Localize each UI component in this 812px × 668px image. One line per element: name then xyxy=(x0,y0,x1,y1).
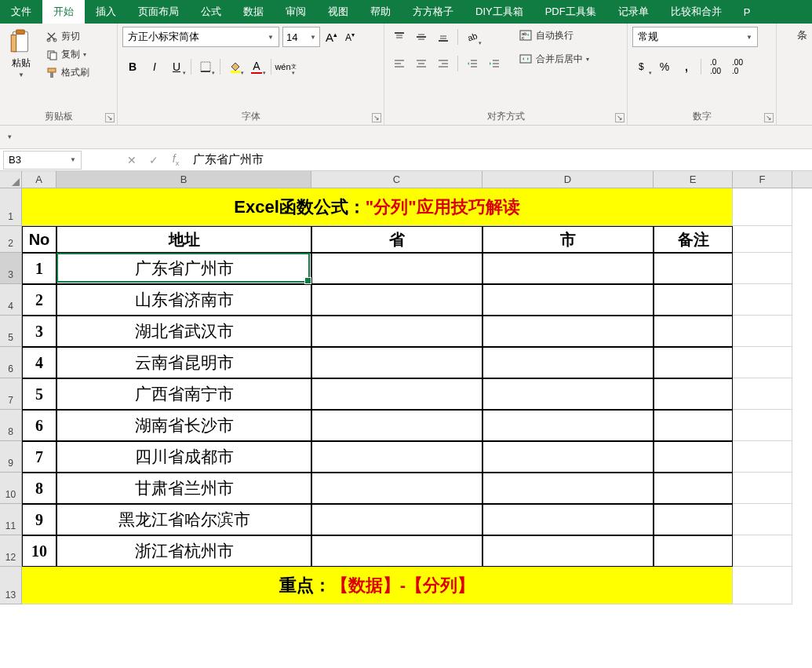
dialog-launcher[interactable]: ↘ xyxy=(372,113,381,122)
cell[interactable]: 4 xyxy=(22,347,56,378)
cell[interactable] xyxy=(733,567,792,604)
select-all-corner[interactable] xyxy=(0,171,22,188)
tab-公式[interactable]: 公式 xyxy=(190,0,232,24)
cell[interactable]: 7 xyxy=(22,441,56,473)
italic-button[interactable]: I xyxy=(144,57,165,77)
cell[interactable] xyxy=(654,535,733,567)
cell[interactable] xyxy=(733,316,792,347)
cell[interactable]: 四川省成都市 xyxy=(56,441,311,473)
cancel-formula-button[interactable]: ✕ xyxy=(121,154,143,166)
tab-插入[interactable]: 插入 xyxy=(85,0,127,24)
font-size-select[interactable]: 14▼ xyxy=(282,27,320,47)
enter-formula-button[interactable]: ✓ xyxy=(143,154,165,166)
dialog-launcher[interactable]: ↘ xyxy=(615,113,624,122)
cell[interactable]: 1 xyxy=(22,253,56,284)
cell[interactable] xyxy=(733,253,792,284)
cell[interactable]: 黑龙江省哈尔滨市 xyxy=(56,504,311,535)
cell[interactable] xyxy=(482,378,654,410)
cell[interactable] xyxy=(311,504,482,535)
cell[interactable] xyxy=(654,410,733,441)
tab-视图[interactable]: 视图 xyxy=(317,0,359,24)
cell[interactable]: No xyxy=(22,226,56,253)
cell[interactable]: 广西省南宁市 xyxy=(56,378,311,410)
col-header-D[interactable]: D xyxy=(482,171,654,188)
comma-button[interactable]: , xyxy=(676,57,697,77)
cell[interactable]: 省 xyxy=(311,226,482,253)
font-name-select[interactable]: 方正小标宋简体▼ xyxy=(122,27,279,47)
cell[interactable] xyxy=(311,441,482,473)
tab-文件[interactable]: 文件 xyxy=(0,0,42,24)
decrease-indent-button[interactable] xyxy=(462,53,482,74)
tab-DIY工具箱[interactable]: DIY工具箱 xyxy=(464,0,534,24)
align-left-button[interactable] xyxy=(389,53,410,74)
align-middle-button[interactable] xyxy=(411,27,431,47)
decrease-font-button[interactable]: A▾ xyxy=(343,31,357,43)
tab-页面布局[interactable]: 页面布局 xyxy=(127,0,190,24)
cut-button[interactable]: 剪切 xyxy=(42,28,93,45)
cell[interactable] xyxy=(733,226,792,253)
percent-button[interactable]: % xyxy=(654,57,675,77)
align-top-button[interactable] xyxy=(389,27,410,47)
cell[interactable]: 3 xyxy=(22,316,56,347)
cell[interactable] xyxy=(482,316,654,347)
dialog-launcher[interactable]: ↘ xyxy=(764,113,774,122)
cell[interactable] xyxy=(482,284,654,316)
cell[interactable]: Excel函数公式："分列"应用技巧解读 xyxy=(22,188,733,226)
customize-qat-icon[interactable]: ▾ xyxy=(8,133,17,142)
col-header-C[interactable]: C xyxy=(311,171,482,188)
tab-帮助[interactable]: 帮助 xyxy=(359,0,402,24)
increase-indent-button[interactable] xyxy=(484,53,504,74)
cell[interactable]: 市 xyxy=(482,226,654,253)
cell[interactable] xyxy=(733,347,792,378)
row-header-1[interactable]: 1 xyxy=(0,188,22,226)
row-header-10[interactable]: 10 xyxy=(0,473,22,504)
cell[interactable] xyxy=(733,441,792,473)
cell[interactable]: 山东省济南市 xyxy=(56,284,311,316)
row-header-12[interactable]: 12 xyxy=(0,535,22,567)
cell[interactable] xyxy=(654,473,733,504)
tab-比较和合并[interactable]: 比较和合并 xyxy=(660,0,733,24)
wrap-text-button[interactable]: abc 自动换行 xyxy=(515,27,592,44)
tab-数据[interactable]: 数据 xyxy=(232,0,275,24)
cell[interactable]: 6 xyxy=(22,410,56,441)
cell[interactable] xyxy=(654,504,733,535)
cell[interactable]: 浙江省杭州市 xyxy=(56,535,311,567)
cell[interactable] xyxy=(311,473,482,504)
tab-开始[interactable]: 开始 xyxy=(42,0,85,24)
cell[interactable]: 广东省广州市 xyxy=(56,253,311,284)
row-header-8[interactable]: 8 xyxy=(0,410,22,441)
row-header-6[interactable]: 6 xyxy=(0,347,22,378)
cell[interactable]: 湖南省长沙市 xyxy=(56,410,311,441)
row-header-4[interactable]: 4 xyxy=(0,284,22,316)
cell[interactable] xyxy=(733,284,792,316)
paste-button[interactable]: 粘贴 ▼ xyxy=(5,27,38,109)
cell[interactable] xyxy=(654,284,733,316)
font-color-button[interactable]: A xyxy=(246,57,267,77)
cell[interactable] xyxy=(733,188,792,226)
col-header-F[interactable]: F xyxy=(733,171,792,188)
col-header-E[interactable]: E xyxy=(654,171,733,188)
cell[interactable]: 云南省昆明市 xyxy=(56,347,311,378)
cell[interactable] xyxy=(733,378,792,410)
tab-记录单[interactable]: 记录单 xyxy=(607,0,660,24)
cell[interactable] xyxy=(311,253,482,284)
increase-decimal-button[interactable]: .0.00 xyxy=(705,57,726,77)
merge-center-button[interactable]: 合并后居中 ▾ xyxy=(515,50,592,68)
phonetic-button[interactable]: wén文 xyxy=(275,57,296,77)
cell[interactable] xyxy=(733,410,792,441)
tab-方方格子[interactable]: 方方格子 xyxy=(402,0,464,24)
col-header-A[interactable]: A xyxy=(22,171,56,188)
row-header-5[interactable]: 5 xyxy=(0,316,22,347)
cell[interactable] xyxy=(311,347,482,378)
increase-font-button[interactable]: A▴ xyxy=(323,31,340,44)
cell[interactable] xyxy=(311,535,482,567)
cell[interactable]: 9 xyxy=(22,504,56,535)
cell[interactable] xyxy=(482,535,654,567)
cell[interactable] xyxy=(311,284,482,316)
row-header-13[interactable]: 13 xyxy=(0,567,22,604)
cell[interactable] xyxy=(311,316,482,347)
cell[interactable] xyxy=(654,253,733,284)
cell[interactable] xyxy=(654,316,733,347)
row-header-2[interactable]: 2 xyxy=(0,226,22,253)
tab-审阅[interactable]: 审阅 xyxy=(275,0,317,24)
